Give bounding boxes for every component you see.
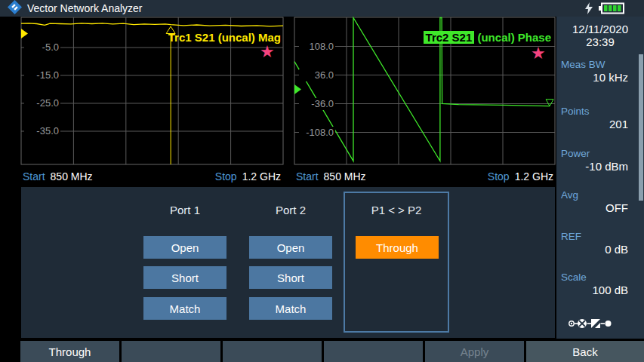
- softkey-empty-2: [223, 341, 322, 362]
- mag-ytick-label: -15.0: [24, 69, 60, 81]
- star-marker-icon: ★: [260, 44, 275, 60]
- phase-ytick-label: 36.0: [299, 69, 335, 81]
- port2-match-button[interactable]: Match: [249, 297, 332, 320]
- charging-icon: [584, 2, 593, 17]
- port2-title: Port 2: [249, 204, 332, 216]
- sidebar-item-meas-bw[interactable]: Meas BW 10 kHz: [556, 59, 644, 84]
- mag-ytick-label: -35.0: [24, 125, 60, 137]
- settings-sidebar: 12/11/2020 23:39 Meas BW 10 kHz Points 2…: [556, 17, 644, 339]
- item-value: OFF: [556, 201, 644, 214]
- softkey-empty-1: [122, 341, 220, 362]
- battery-icon: [599, 2, 624, 17]
- item-label: Scale: [556, 272, 644, 283]
- item-label: REF: [556, 231, 644, 242]
- stop-value: 1.2 GHz: [242, 170, 281, 183]
- mag-stop-frequency[interactable]: Stop 1.2 GHz: [215, 170, 281, 183]
- title-bar: Vector Network Analyzer: [0, 0, 644, 17]
- sidebar-item-points[interactable]: Points 201: [556, 106, 644, 130]
- softkey-apply[interactable]: Apply: [425, 341, 524, 362]
- port2-short-button[interactable]: Short: [249, 266, 332, 289]
- port1-title: Port 1: [143, 204, 226, 216]
- stop-label: Stop: [215, 170, 237, 183]
- trace2-label-highlight: Trc2 S21: [424, 31, 475, 44]
- start-label: Start: [296, 170, 319, 183]
- sidebar-item-ref[interactable]: REF 0 dB: [556, 231, 644, 256]
- phase-start-frequency[interactable]: Start 850 MHz: [296, 170, 366, 183]
- item-value: -10 dBm: [556, 160, 644, 173]
- softkey-empty-3: [324, 341, 423, 362]
- trace2-label-rest: (uncal) Phase: [474, 31, 551, 44]
- port2-open-button[interactable]: Open: [249, 236, 332, 259]
- stop-value: 1.2 GHz: [515, 170, 553, 183]
- date-label: 12/11/2020: [556, 23, 644, 35]
- start-value: 850 MHz: [51, 170, 93, 183]
- port1-short-button[interactable]: Short: [143, 266, 226, 289]
- softkey-back[interactable]: Back: [526, 341, 644, 362]
- port-cal-path-icon: [568, 317, 618, 333]
- start-value: 850 MHz: [324, 170, 366, 183]
- port1-match-button[interactable]: Match: [143, 297, 226, 320]
- app-title: Vector Network Analyzer: [27, 2, 143, 14]
- mag-start-frequency[interactable]: Start 850 MHz: [23, 170, 93, 183]
- item-label: Meas BW: [556, 59, 644, 70]
- item-value: 201: [556, 118, 644, 130]
- phase-ytick-label: -36.0: [299, 98, 335, 110]
- item-label: Points: [556, 106, 644, 117]
- charts-area: -5.0 -15.0 -25.0 -35.0 108.0 36.0 -36.0 …: [0, 17, 556, 187]
- p1p2-title: P1 < > P2: [355, 204, 438, 216]
- rs-logo-icon: [8, 0, 22, 17]
- trace2-label: Trc2 S21 (uncal) Phase: [424, 31, 551, 44]
- item-value: 0 dB: [556, 243, 644, 256]
- phase-stop-frequency[interactable]: Stop 1.2 GHz: [488, 170, 553, 183]
- item-label: Power: [556, 148, 644, 159]
- mag-ytick-label: -5.0: [24, 41, 60, 54]
- mag-ytick-label: -25.0: [24, 97, 60, 109]
- sidebar-item-power[interactable]: Power -10 dBm: [556, 148, 644, 173]
- port1-open-button[interactable]: Open: [143, 236, 226, 259]
- p1p2-selected-box: P1 < > P2 Through: [344, 192, 449, 333]
- item-value: 100 dB: [556, 284, 644, 296]
- item-label: Avg: [556, 189, 644, 201]
- through-button[interactable]: Through: [356, 236, 439, 259]
- start-label: Start: [23, 170, 45, 183]
- sidebar-item-scale[interactable]: Scale 100 dB: [556, 272, 644, 296]
- star-marker-icon: ★: [531, 45, 546, 62]
- sidebar-item-avg[interactable]: Avg OFF: [556, 189, 644, 214]
- phase-ytick-label: 108.0: [299, 41, 335, 53]
- date-time: 12/11/2020 23:39: [556, 23, 644, 48]
- phase-ytick-label: -108.0: [299, 127, 335, 139]
- item-value: 10 kHz: [556, 71, 644, 84]
- stop-label: Stop: [488, 170, 510, 183]
- softkey-bar: Through Apply Back: [0, 341, 644, 362]
- softkey-through[interactable]: Through: [20, 341, 119, 362]
- vna-screen: Vector Network Analyzer -5.0 -15.0 -25.0…: [0, 0, 644, 362]
- calibration-dialog: Port 1 Open Short Match Port 2 Open Shor…: [21, 187, 555, 338]
- time-label: 23:39: [556, 35, 644, 48]
